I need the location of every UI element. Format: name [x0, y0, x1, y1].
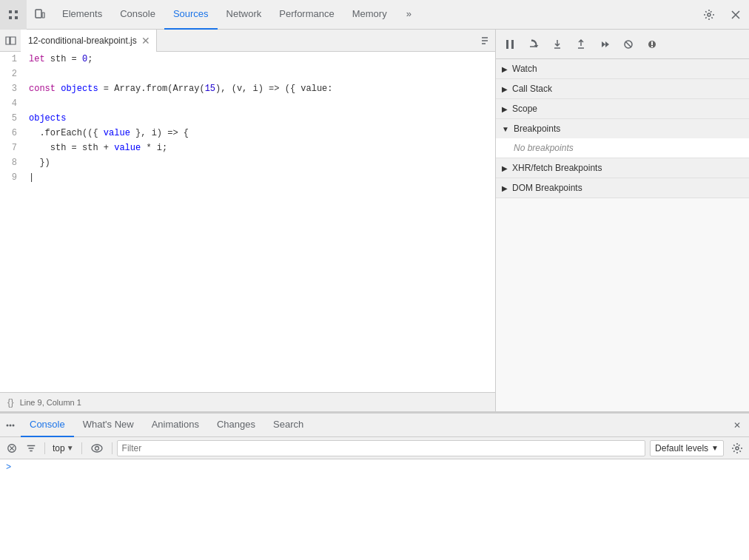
svg-rect-8 — [651, 46, 653, 47]
line-number: 7 — [0, 141, 26, 155]
section-arrow-icon: ▶ — [502, 85, 508, 93]
console-tabs: Console What's New Animations Changes Se… — [0, 414, 749, 437]
close-devtools-button[interactable] — [722, 0, 749, 30]
code-line: 6 .forEach(({ value }, i) => { — [0, 126, 495, 141]
section-arrow-icon: ▼ — [502, 125, 509, 133]
file-tabs: 12-conditional-breakpoint.js ✕ — [0, 30, 495, 52]
nav-tab-console[interactable]: Console — [111, 0, 164, 30]
code-content: objects — [26, 111, 495, 126]
svg-point-2 — [708, 13, 711, 16]
console-tab-animations[interactable]: Animations — [143, 414, 208, 437]
file-tab-name: 12-conditional-breakpoint.js — [28, 36, 137, 46]
console-tab-changes[interactable]: Changes — [208, 414, 264, 437]
step-over-button[interactable] — [523, 33, 545, 55]
debugger-sections: ▶ Watch ▶ Call Stack ▶ Scope ▼ Breakpoin… — [496, 59, 749, 411]
code-content: | — [26, 170, 495, 185]
line-number: 2 — [0, 67, 26, 81]
debug-section-header[interactable]: ▼ Breakpoints — [496, 119, 749, 138]
console-prompt[interactable]: > — [6, 462, 743, 473]
code-content: .forEach(({ value }, i) => { — [26, 126, 495, 141]
debug-section-call-stack: ▶ Call Stack — [496, 79, 749, 99]
sources-panel: 12-conditional-breakpoint.js ✕ 1let sth … — [0, 30, 496, 411]
svg-point-14 — [95, 446, 98, 450]
code-content: sth = sth + value * i; — [26, 141, 495, 155]
separator2 — [81, 442, 82, 454]
debug-section-xhr/fetch-breakpoints: ▶ XHR/fetch Breakpoints — [496, 158, 749, 178]
debug-section-header[interactable]: ▶ Watch — [496, 59, 749, 78]
line-number: 4 — [0, 96, 26, 111]
context-arrow: ▼ — [67, 444, 74, 452]
code-content: }) — [26, 155, 495, 170]
close-console-button[interactable]: ✕ — [725, 414, 749, 437]
editor-area: 12-conditional-breakpoint.js ✕ 1let sth … — [0, 30, 749, 412]
section-arrow-icon: ▶ — [502, 105, 508, 113]
section-label: DOM Breakpoints — [512, 183, 582, 193]
line-number: 3 — [0, 81, 26, 96]
filter-input[interactable] — [117, 440, 645, 456]
code-line: 4 — [0, 96, 495, 111]
debug-section-content: No breakpoints — [496, 138, 749, 158]
context-selector[interactable]: top ▼ — [53, 443, 74, 453]
step-into-button[interactable] — [546, 33, 568, 55]
settings-button[interactable] — [696, 0, 722, 30]
device-toggle-button[interactable] — [27, 0, 53, 30]
svg-rect-4 — [511, 40, 514, 49]
nav-more-button[interactable]: » — [397, 0, 420, 30]
file-tab[interactable]: 12-conditional-breakpoint.js ✕ — [21, 30, 157, 52]
code-line: 1let sth = 0; — [0, 52, 495, 67]
console-tab-search[interactable]: Search — [264, 414, 312, 437]
clear-console-button[interactable] — [3, 439, 21, 457]
nav-tab-elements[interactable]: Elements — [53, 0, 111, 30]
eye-icon-button[interactable] — [87, 439, 107, 457]
levels-label: Default levels — [655, 443, 708, 453]
code-line: 3const objects = Array.from(Array(15), (… — [0, 81, 495, 96]
code-content — [26, 67, 495, 81]
line-number: 9 — [0, 170, 26, 185]
line-number: 5 — [0, 111, 26, 126]
line-number: 6 — [0, 126, 26, 141]
code-content: let sth = 0; — [26, 52, 495, 67]
nav-tab-sources[interactable]: Sources — [164, 0, 218, 30]
separator — [44, 442, 45, 454]
deactivate-breakpoints-button[interactable] — [617, 33, 639, 55]
console-settings-button[interactable] — [728, 439, 746, 457]
levels-select[interactable]: Default levels ▼ — [650, 440, 724, 456]
pause-on-exceptions-button[interactable] — [641, 33, 663, 55]
svg-rect-3 — [506, 40, 508, 49]
svg-point-13 — [92, 445, 102, 452]
code-content: const objects = Array.from(Array(15), (v… — [26, 81, 495, 96]
step-button[interactable] — [594, 33, 616, 55]
debug-section-header[interactable]: ▶ Call Stack — [496, 79, 749, 98]
debug-section-header[interactable]: ▶ XHR/fetch Breakpoints — [496, 158, 749, 178]
console-menu-button[interactable] — [0, 414, 21, 437]
debug-section-header[interactable]: ▶ DOM Breakpoints — [496, 178, 749, 198]
section-arrow-icon: ▶ — [502, 164, 508, 172]
nav-tab-performance[interactable]: Performance — [270, 0, 343, 30]
svg-point-11 — [13, 424, 15, 426]
pause-resume-button[interactable] — [499, 33, 521, 55]
nav-tab-memory[interactable]: Memory — [343, 0, 396, 30]
show-filter-button[interactable] — [22, 439, 40, 457]
console-content[interactable]: > — [0, 459, 749, 560]
cursor-position: Line 9, Column 1 — [20, 398, 81, 407]
step-out-button[interactable] — [570, 33, 592, 55]
show-navigator-button[interactable] — [0, 30, 21, 52]
svg-rect-1 — [42, 13, 44, 18]
code-editor[interactable]: 1let sth = 0;23const objects = Array.fro… — [0, 52, 495, 392]
console-tab-console[interactable]: Console — [21, 414, 74, 437]
debug-section-watch: ▶ Watch — [496, 59, 749, 79]
file-tab-close[interactable]: ✕ — [141, 35, 150, 47]
svg-point-10 — [10, 424, 12, 426]
section-arrow-icon: ▶ — [502, 184, 508, 192]
debug-section-header[interactable]: ▶ Scope — [496, 99, 749, 118]
console-tab-whats-new[interactable]: What's New — [74, 414, 143, 437]
code-content — [26, 96, 495, 111]
debugger-toolbar — [496, 30, 749, 59]
svg-rect-0 — [36, 10, 41, 18]
code-line: 8 }) — [0, 155, 495, 170]
nav-tab-network[interactable]: Network — [218, 0, 271, 30]
inspect-element-button[interactable] — [0, 0, 27, 30]
bracket-icon: {} — [7, 397, 14, 408]
context-label: top — [53, 443, 65, 453]
format-button[interactable] — [474, 30, 495, 52]
